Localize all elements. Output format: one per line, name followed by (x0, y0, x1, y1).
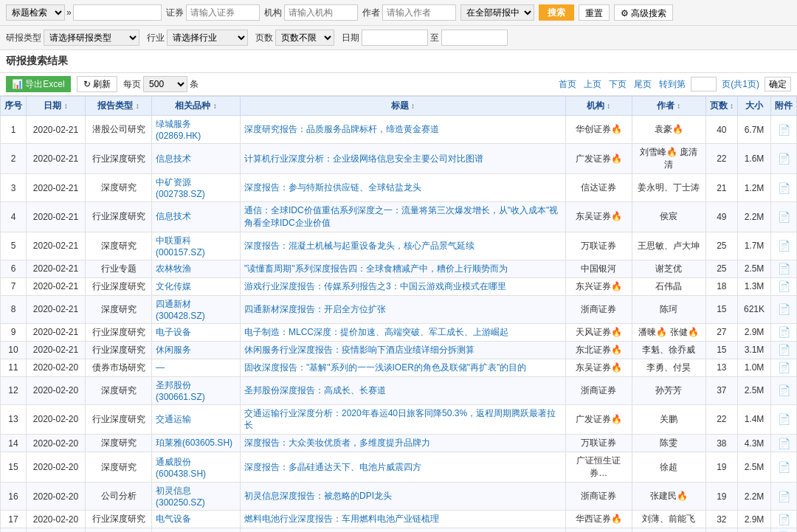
cell-attach[interactable]: 📄 (771, 341, 797, 359)
goto-confirm-button[interactable]: 确定 (765, 77, 791, 91)
cert-input[interactable] (186, 4, 260, 21)
cell-inst[interactable]: 浙商证券 (565, 483, 632, 511)
last-page-link[interactable]: 尾页 (632, 77, 654, 91)
cell-inst[interactable]: 浙商证券 (565, 295, 632, 323)
cell-brand[interactable]: 信息技术 (152, 144, 241, 174)
cell-title[interactable]: 四通新材深度报告：开启全方位扩张 (241, 295, 566, 323)
cell-inst[interactable]: 广发证券🔥 (565, 144, 632, 174)
cell-title[interactable]: 深度报告：大众美妆优质者，多维度提升品牌力 (241, 435, 566, 452)
cell-brand[interactable]: 电子设备 (152, 323, 241, 341)
cell-title[interactable]: 深度报告：混凝土机械与起重设备龙头，核心产品景气延续 (241, 232, 566, 260)
cell-brand[interactable]: 圣邦股份(300661.SZ) (152, 376, 241, 404)
cell-inst[interactable]: 华创证券🔥 (565, 116, 632, 144)
export-excel-button[interactable]: 📊 导出Excel (6, 76, 71, 92)
cell-attach[interactable]: 📄 (771, 359, 797, 376)
search-keyword-input[interactable]: 深度 (73, 4, 162, 21)
cell-inst[interactable]: 东吴证券🔥 (565, 359, 632, 376)
cell-attach[interactable]: 📄 (771, 144, 797, 174)
cell-attach[interactable]: 📄 (771, 528, 797, 532)
cell-attach[interactable]: 📄 (771, 376, 797, 404)
cell-brand[interactable]: 初灵信息(300250.SZ) (152, 483, 241, 511)
cell-brand[interactable]: 信息技术 (152, 202, 241, 232)
reset-button[interactable]: 重置 (579, 4, 610, 21)
refresh-button[interactable]: ↻ 刷新 (77, 76, 117, 92)
cell-title[interactable]: 初灵信息深度报告：被忽略的DPI龙头 (241, 483, 566, 511)
cell-title[interactable]: 深度研究报告：品质服务品牌标杆，缔造黄金赛道 (241, 116, 566, 144)
cell-attach[interactable]: 📄 (771, 277, 797, 295)
prev-page-link[interactable]: 上页 (582, 77, 604, 91)
cell-attach[interactable]: 📄 (771, 116, 797, 144)
cell-inst[interactable]: 信达证券 (565, 174, 632, 202)
th-date[interactable]: 日期 ↕ (27, 97, 86, 116)
cell-attach[interactable]: 📄 (771, 295, 797, 323)
cell-attach[interactable]: 📄 (771, 174, 797, 202)
th-type[interactable]: 报告类型 ↕ (86, 97, 152, 116)
cell-title[interactable]: 圣邦股份深度报告：高成长、长赛道 (241, 376, 566, 404)
advanced-search-button[interactable]: ⚙ 高级搜索 (614, 4, 673, 21)
cell-title[interactable]: 交通运输行业深度分析：2020年春运40日旅客同降50.3%，返程周期腾跃最著拉… (241, 404, 566, 435)
search-type-select[interactable]: 标题检索 全文检索 (6, 4, 65, 21)
cell-inst[interactable]: 东兴证券🔥 (565, 277, 632, 295)
cell-inst[interactable]: 平安证券 (565, 528, 632, 532)
date-to-input[interactable]: 2020-02-23 (441, 30, 508, 46)
cell-brand[interactable]: 交通运输 (152, 404, 241, 435)
th-author[interactable]: 作者 ↕ (632, 97, 705, 116)
cell-attach[interactable]: 📄 (771, 260, 797, 277)
cell-title[interactable]: 游戏行业深度报告：传媒系列报告之3：中国云游戏商业模式在哪里 (241, 277, 566, 295)
cell-attach[interactable]: 📄 (771, 202, 797, 232)
first-page-link[interactable]: 首页 (556, 77, 579, 91)
th-brand[interactable]: 相关品种 ↕ (152, 97, 241, 116)
page-number-input[interactable]: 1 (691, 77, 717, 91)
cell-brand[interactable]: 农林牧渔 (152, 260, 241, 277)
cell-inst[interactable]: 中国银河 (565, 260, 632, 277)
cell-title[interactable]: 计算机行业深度分析：企业级网络信息安全主要公司对比图谱 (241, 144, 566, 174)
cell-brand[interactable]: 四通新材(300428.SZ) (152, 295, 241, 323)
cell-attach[interactable]: 📄 (771, 404, 797, 435)
cell-inst[interactable]: 浙商证券 (565, 376, 632, 404)
date-from-input[interactable]: 2020-02-03 (362, 30, 428, 46)
pages-select[interactable]: 页数不限 (275, 30, 334, 46)
cell-brand[interactable]: 绿城服务(02869.HK) (152, 116, 241, 144)
cell-attach[interactable]: 📄 (771, 452, 797, 483)
cell-title[interactable]: 燃料电池行业深度报告：车用燃料电池产业链梳理 (241, 511, 566, 528)
cell-brand[interactable]: 珀莱雅(603605.SH) (152, 435, 241, 452)
next-page-link[interactable]: 下页 (607, 77, 629, 91)
cell-inst[interactable]: 万联证券 (565, 232, 632, 260)
author-input[interactable] (382, 4, 456, 21)
cell-brand[interactable]: — (152, 528, 241, 532)
cell-brand[interactable]: 通威股份(600438.SH) (152, 452, 241, 483)
scope-select[interactable]: 在全部研报中 (460, 4, 534, 21)
report-type-select[interactable]: 请选择研报类型 (44, 30, 139, 46)
cell-title[interactable]: 通信：全球IDC价值重估系列深度之一：流量将第三次爆发增长，从"收入成本"视角看… (241, 202, 566, 232)
cell-brand[interactable]: 电气设备 (152, 511, 241, 528)
th-pages[interactable]: 页数 ↕ (705, 97, 737, 116)
cell-inst[interactable]: 广发证券🔥 (565, 404, 632, 435)
cell-attach[interactable]: 📄 (771, 232, 797, 260)
cell-inst[interactable]: 万联证券 (565, 435, 632, 452)
inst-input[interactable] (284, 4, 358, 21)
cell-attach[interactable]: 📄 (771, 483, 797, 511)
cell-inst[interactable]: 东吴证券🔥 (565, 202, 632, 232)
industry-select[interactable]: 请选择行业 (167, 30, 248, 46)
th-title[interactable]: 标题 ↕ (241, 97, 566, 116)
cell-title[interactable]: 固收深度报告："基解"系列的一一浅谈IOER的角色及联储"再扩表"的目的 (241, 359, 566, 376)
search-button[interactable]: 搜索 (539, 4, 574, 21)
cell-title[interactable]: "读懂畜周期"系列深度报告四：全球食糟减产中，糟价上行顺势而为 (241, 260, 566, 277)
cell-attach[interactable]: 📄 (771, 323, 797, 341)
cell-inst[interactable]: 华西证券🔥 (565, 511, 632, 528)
per-page-select[interactable]: 500 100 200 (143, 76, 187, 92)
cell-title[interactable]: 深度报告：多晶硅通达天下、电池片威震四方 (241, 452, 566, 483)
cell-brand[interactable]: 休闲服务 (152, 341, 241, 359)
cell-title[interactable]: 深度报告：参与特斯拉供应链、全球钴盐龙头 (241, 174, 566, 202)
cell-inst[interactable]: 广证恒生证券… (565, 452, 632, 483)
cell-inst[interactable]: 东北证券🔥 (565, 341, 632, 359)
cell-title[interactable]: TMT行业深度报告：科技行业有序复工，机遇与挑战并存 (241, 528, 566, 532)
cell-attach[interactable]: 📄 (771, 511, 797, 528)
th-inst[interactable]: 机构 ↕ (565, 97, 632, 116)
cell-brand[interactable]: — (152, 359, 241, 376)
cell-title[interactable]: 休闲服务行业深度报告：疫情影响下酒店业绩详细分拆测算 (241, 341, 566, 359)
cell-brand[interactable]: 文化传媒 (152, 277, 241, 295)
cell-brand[interactable]: 中矿资源(002738.SZ) (152, 174, 241, 202)
cell-title[interactable]: 电子制造：MLCC深度：提价加速、高端突破、军工成长、上游崛起 (241, 323, 566, 341)
cell-brand[interactable]: 中联重科(000157.SZ) (152, 232, 241, 260)
